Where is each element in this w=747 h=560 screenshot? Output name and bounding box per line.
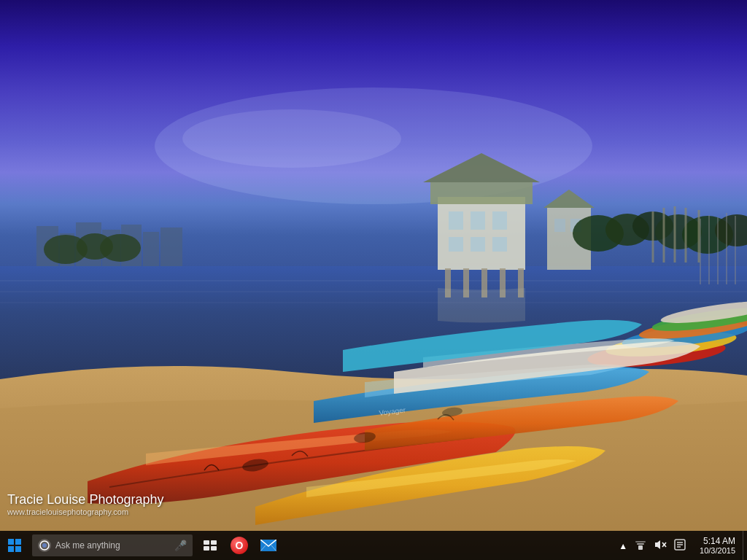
wallpaper-scene: Voyager [0,0,747,531]
search-bar[interactable]: Ask me anything 🎤 [32,534,193,556]
search-text: Ask me anything [55,540,120,551]
svg-rect-25 [492,237,507,252]
clock[interactable]: 5:14 AM 10/3/2015 [692,531,743,560]
notifications-tray-icon[interactable] [672,537,688,554]
desktop: Voyager Recycle Bin [0,0,747,560]
watermark-url: www.tracielouisephotography.com [7,508,163,516]
opera-taskbar-button[interactable]: O [225,531,254,560]
svg-marker-85 [655,540,660,549]
svg-rect-83 [637,543,644,545]
microphone-icon: 🎤 [174,540,187,551]
svg-rect-22 [492,211,507,230]
svg-rect-33 [554,219,565,232]
svg-rect-21 [471,211,485,230]
watermark: Tracie Louise Photography www.tracieloui… [7,492,163,516]
svg-point-12 [100,234,141,262]
svg-rect-17 [438,197,525,270]
volume-tray-icon[interactable] [651,538,669,553]
svg-rect-84 [635,541,646,542]
svg-point-74 [42,543,47,548]
svg-rect-77 [204,546,209,551]
task-view-button[interactable] [196,531,225,560]
svg-rect-24 [471,237,485,252]
svg-rect-23 [449,237,463,252]
svg-point-2 [182,109,401,168]
clock-date: 10/3/2015 [700,546,735,555]
taskbar-right: ▲ [612,531,747,560]
taskbar: Ask me anything 🎤 O [0,531,747,560]
opera-taskbar-icon: O [231,537,248,554]
network-tray-icon[interactable] [632,538,649,553]
svg-rect-9 [160,228,182,270]
svg-rect-78 [211,546,217,551]
svg-rect-18 [430,182,533,204]
svg-rect-76 [211,540,217,545]
clock-time: 5:14 AM [703,536,735,546]
mail-taskbar-button[interactable] [254,531,283,560]
cortana-icon [38,539,51,552]
start-button[interactable] [0,531,29,560]
svg-rect-8 [143,232,159,270]
windows-logo-icon [8,539,21,552]
svg-rect-82 [638,545,643,550]
show-desktop-button[interactable] [743,531,747,560]
watermark-title: Tracie Louise Photography [7,492,163,508]
svg-rect-20 [449,211,463,230]
show-hidden-icons-button[interactable]: ▲ [616,538,630,553]
system-tray: ▲ [612,537,692,554]
svg-rect-75 [204,540,209,545]
